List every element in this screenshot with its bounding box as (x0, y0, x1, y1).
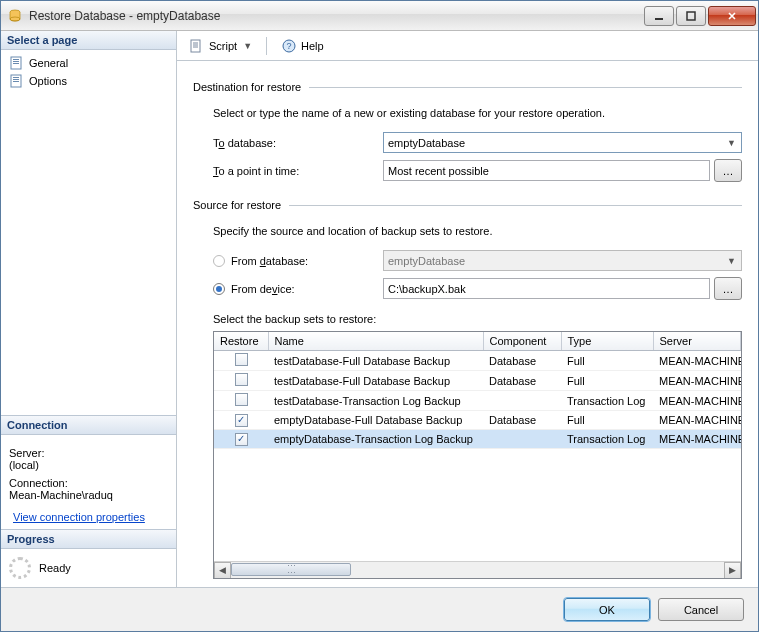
page-icon (9, 55, 25, 71)
scroll-thumb[interactable] (231, 563, 351, 576)
cell-name: testDatabase-Full Database Backup (268, 351, 483, 371)
svg-rect-2 (655, 18, 663, 20)
toolbar: Script ▼ ? Help (177, 31, 758, 61)
cell-type: Full (561, 371, 653, 391)
dropdown-icon: ▼ (243, 41, 252, 51)
restore-checkbox[interactable] (235, 353, 248, 366)
cell-server: MEAN-MACHINE (653, 351, 741, 371)
cell-component: Database (483, 351, 561, 371)
restore-checkbox[interactable] (235, 393, 248, 406)
table-row[interactable]: emptyDatabase-Transaction Log BackupTran… (214, 430, 741, 449)
chevron-down-icon: ▼ (724, 253, 739, 268)
sidebar: Select a page General Options Connection… (1, 31, 177, 587)
svg-rect-11 (13, 81, 19, 82)
script-button[interactable]: Script ▼ (185, 36, 256, 56)
ok-button[interactable]: OK (564, 598, 650, 621)
restore-checkbox[interactable] (235, 433, 248, 446)
to-database-label: To database: (213, 137, 383, 149)
chevron-down-icon: ▼ (724, 135, 739, 150)
svg-rect-3 (687, 12, 695, 20)
progress-section: Progress Ready (1, 529, 176, 587)
body: Select a page General Options Connection… (1, 31, 758, 587)
point-in-time-browse-button[interactable]: … (714, 159, 742, 182)
restore-checkbox[interactable] (235, 373, 248, 386)
svg-rect-10 (13, 79, 19, 80)
from-database-radio[interactable] (213, 255, 225, 267)
table-row[interactable]: testDatabase-Full Database BackupDatabas… (214, 371, 741, 391)
from-device-row: From device: C:\backupX.bak … (213, 277, 742, 300)
cell-type: Transaction Log (561, 391, 653, 411)
help-button[interactable]: ? Help (277, 36, 328, 56)
cell-component: Database (483, 371, 561, 391)
from-device-radio[interactable] (213, 283, 225, 295)
cell-server: MEAN-MACHINE (653, 391, 741, 411)
col-type[interactable]: Type (561, 332, 653, 351)
from-database-row: From database: emptyDatabase ▼ (213, 250, 742, 271)
to-database-combo[interactable]: emptyDatabase ▼ (383, 132, 742, 153)
toolbar-separator (266, 37, 267, 55)
svg-rect-9 (13, 77, 19, 78)
cell-type: Transaction Log (561, 430, 653, 449)
svg-rect-6 (13, 61, 19, 62)
from-device-field[interactable]: C:\backupX.bak (383, 278, 710, 299)
col-restore[interactable]: Restore (214, 332, 268, 351)
svg-rect-5 (13, 59, 19, 60)
page-options[interactable]: Options (5, 72, 172, 90)
connection-header: Connection (1, 416, 176, 435)
to-database-value: emptyDatabase (388, 137, 465, 149)
connection-label: Connection: (9, 477, 168, 489)
source-group: Source for restore (193, 199, 742, 211)
page-label: Options (29, 75, 67, 87)
content: Destination for restore Select or type t… (177, 61, 758, 587)
cell-component (483, 430, 561, 449)
connection-section: Connection Server: (local) Connection: M… (1, 415, 176, 529)
to-point-in-time-field[interactable]: Most recent possible (383, 160, 710, 181)
app-icon (7, 8, 23, 24)
maximize-button[interactable] (676, 6, 706, 26)
page-general[interactable]: General (5, 54, 172, 72)
cell-type: Full (561, 351, 653, 371)
from-device-label: From device: (231, 283, 295, 295)
svg-rect-7 (13, 63, 19, 64)
cancel-button[interactable]: Cancel (658, 598, 744, 621)
scroll-left-button[interactable]: ◀ (214, 562, 231, 579)
backup-sets-grid[interactable]: Restore Name Component Type Server testD… (213, 331, 742, 579)
to-point-in-time-label: To a point in time: (213, 165, 383, 177)
window-buttons (642, 6, 756, 26)
cell-server: MEAN-MACHINE (653, 411, 741, 430)
titlebar[interactable]: Restore Database - emptyDatabase (1, 1, 758, 31)
grid-table: Restore Name Component Type Server testD… (214, 332, 741, 449)
cell-name: testDatabase-Full Database Backup (268, 371, 483, 391)
main: Script ▼ ? Help Destination for restore … (177, 31, 758, 587)
progress-spinner-icon (9, 557, 31, 579)
destination-group: Destination for restore (193, 81, 742, 93)
horizontal-scrollbar[interactable]: ◀ ▶ (214, 561, 741, 578)
cell-component (483, 391, 561, 411)
view-connection-properties-link[interactable]: View connection properties (13, 511, 145, 523)
from-device-browse-button[interactable]: … (714, 277, 742, 300)
close-button[interactable] (708, 6, 756, 26)
col-name[interactable]: Name (268, 332, 483, 351)
table-row[interactable]: testDatabase-Transaction Log BackupTrans… (214, 391, 741, 411)
destination-desc: Select or type the name of a new or exis… (213, 107, 742, 119)
window: Restore Database - emptyDatabase Select … (0, 0, 759, 632)
script-label: Script (209, 40, 237, 52)
help-label: Help (301, 40, 324, 52)
page-list: General Options (1, 50, 176, 94)
scroll-right-button[interactable]: ▶ (724, 562, 741, 579)
from-database-combo: emptyDatabase ▼ (383, 250, 742, 271)
help-icon: ? (281, 38, 297, 54)
minimize-button[interactable] (644, 6, 674, 26)
progress-header: Progress (1, 530, 176, 549)
cell-component: Database (483, 411, 561, 430)
table-row[interactable]: emptyDatabase-Full Database BackupDataba… (214, 411, 741, 430)
progress-status: Ready (39, 562, 71, 574)
scroll-track[interactable] (231, 562, 724, 579)
col-server[interactable]: Server (653, 332, 741, 351)
col-component[interactable]: Component (483, 332, 561, 351)
window-title: Restore Database - emptyDatabase (29, 9, 642, 23)
script-icon (189, 38, 205, 54)
svg-text:?: ? (287, 41, 292, 51)
table-row[interactable]: testDatabase-Full Database BackupDatabas… (214, 351, 741, 371)
restore-checkbox[interactable] (235, 414, 248, 427)
